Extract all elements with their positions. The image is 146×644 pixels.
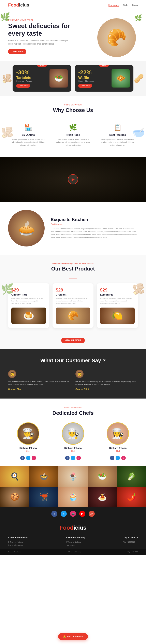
why-card-3: 📋 Best Recipes Lorem ipsum dolor sit ame… (97, 120, 138, 151)
gallery-item-7[interactable]: 🫕 (29, 487, 58, 507)
chef-img-3: 👩‍🍳 (107, 422, 129, 445)
promo-card-2-info: -22% Waffle Grape • Strawberry Order Now (78, 69, 94, 88)
product-img-1: 🍮 (11, 308, 46, 324)
chef-fb-2[interactable]: f (65, 456, 70, 460)
footer-col2-link-1[interactable]: © There is Nothing (66, 540, 85, 544)
promo-badge-1: $4.2 (37, 65, 47, 67)
kitchen-section: 🥧 Exquisite Kitchen Food Services Donec … (0, 202, 146, 255)
product-name-3: Lemon Pie (100, 293, 135, 296)
product-cards: $29 Omnion Tart Praesent id odio lorem c… (8, 283, 138, 328)
footer-col1-link-2[interactable]: © There is Nothing (8, 544, 28, 547)
promo-discount-2: -22% (78, 69, 94, 76)
gallery-item-8[interactable]: 🧁 (58, 487, 88, 507)
footer-ig-button[interactable]: 📷 (70, 511, 76, 517)
footer-fb-button[interactable]: f (51, 511, 57, 517)
why-card-title-2: Fresh Food (55, 133, 91, 136)
chef-socials-2: f t i (53, 456, 93, 460)
kitchen-content: Exquisite Kitchen Food Services Donec bl… (51, 217, 138, 240)
gallery-item-9[interactable]: 🍝 (88, 487, 117, 507)
chefs-section: Food Services Dedicated Chefs 👨‍🍳 Richar… (0, 398, 146, 466)
footer-col1-title: Custom Foodicius (8, 536, 28, 539)
gallery-item-2[interactable]: 🍲 (29, 466, 58, 487)
why-card-1: 🏪 15 Outlets Lorem ipsum dolor sit amet,… (8, 120, 49, 151)
product-price-3: $29 (100, 288, 135, 293)
chef-tw-2[interactable]: t (71, 456, 75, 460)
kitchen-image: 🥧 (8, 210, 45, 246)
why-card-title-3: Best Recipes (99, 133, 136, 136)
product-desc-3: Praesent id odio lorem consectetur at ia… (100, 297, 135, 305)
product-name-2: Croisant (56, 293, 90, 296)
product-card-1: $29 Omnion Tart Praesent id odio lorem c… (8, 283, 49, 328)
why-card-text-1: Lorem ipsum dolor sit amet, consectetur … (10, 138, 47, 147)
gallery-item-1[interactable]: 🍳 (0, 466, 29, 487)
gallery-item-4[interactable]: 🥗 (88, 466, 117, 487)
why-tag: Food Services (8, 104, 138, 106)
why-card-2: 🌿 Fresh Food Lorem ipsum dolor sit amet,… (53, 120, 93, 151)
hero-title: Sweet delicacies for every taste (8, 22, 73, 37)
navbar-link-order[interactable]: Order (123, 4, 129, 6)
testimonial-avatar-1: 👨 (8, 370, 16, 378)
kitchen-text: Donec blandit lorem cursus, placerat aug… (51, 227, 138, 240)
footer-col1-link-1[interactable]: S There is Nothing (8, 540, 28, 544)
footer-tw-button[interactable]: t (61, 511, 67, 517)
hero-tag: DISCOVER YOUR TASTE (8, 19, 73, 21)
chef-tw-3[interactable]: t (116, 456, 120, 460)
footer-gp-button[interactable]: G+ (89, 511, 95, 517)
product-img-3: 🍋 (100, 308, 135, 324)
navbar-link-menu[interactable]: Menu (132, 4, 138, 6)
chef-name-2: Richard F.Laso (53, 447, 93, 450)
chef-divider-3 (112, 454, 124, 454)
gallery-item-10[interactable]: 🌶️ (117, 487, 146, 507)
hero-image: 🥐 🌿 (97, 16, 138, 57)
kitchen-tag: Food Services (51, 223, 138, 225)
promo-deco-right: 🥜 (134, 74, 144, 83)
promo-badge-2: $5.6 (99, 65, 109, 67)
footer-col-2: S There is Nothing © There is Nothing · … (66, 536, 85, 547)
chefs-title: Dedicated Chefs (8, 410, 138, 416)
promo-name-2: Waffle (78, 76, 94, 80)
testimonial-card-2: 👨 Nec ex nullam offset worsby, an ex obj… (75, 370, 138, 390)
promo-btn-2[interactable]: Order Now (78, 84, 92, 88)
hero-description: Praesent id odio lorem consectetur at ia… (8, 39, 73, 46)
play-button[interactable]: ▶ (68, 174, 78, 184)
chef-name-3: Richard F.Laso (98, 447, 138, 450)
promo-img-1: 🥗 (50, 69, 68, 88)
chef-tw-1[interactable]: t (26, 456, 30, 460)
gallery-item-3[interactable]: 🍨 (58, 466, 88, 487)
product-title: Our Best Product (8, 266, 138, 272)
why-card-text-3: Lorem ipsum dolor sit amet, consectetur … (99, 138, 136, 147)
chef-ig-2[interactable]: i (76, 456, 81, 460)
promo-btn-1[interactable]: Order Now (16, 84, 30, 88)
chef-role-2: Chef (53, 450, 93, 452)
chef-ig-3[interactable]: i (121, 456, 126, 460)
chef-divider-1 (22, 454, 34, 454)
testimonial-name-1: George Clint (8, 388, 71, 390)
navbar-link-homepage[interactable]: Homepage (108, 4, 119, 6)
footer-col2-link-2[interactable]: · 381 33437 (66, 544, 85, 547)
view-all-button[interactable]: VIEW ALL MORE (61, 338, 85, 343)
why-cards: 🏪 15 Outlets Lorem ipsum dolor sit amet,… (8, 120, 138, 151)
product-price-2: $29 (56, 288, 90, 293)
why-deco-left: 🫚 (1, 126, 14, 138)
product-card-3: $29 Lemon Pie Praesent id odio lorem con… (97, 283, 138, 328)
gallery-item-6[interactable]: 🍪 (0, 487, 29, 507)
hero-cta-button[interactable]: Learn More (8, 49, 26, 54)
why-section: 🫚 Food Services Why Choose Us 🏪 15 Outle… (0, 96, 146, 157)
chef-ig-1[interactable]: i (32, 456, 36, 460)
footer-col3-link-1[interactable]: Top +1234516 (123, 540, 138, 544)
footer-col3-title: Top +1234516 (123, 536, 138, 539)
chef-cards: 👨‍🍳 Richard F.Laso Chef f t i 👨‍🍳 Richar… (8, 422, 138, 460)
why-icon-2: 🌿 (55, 124, 91, 131)
promo-name-1: Tartalets (16, 76, 32, 80)
footer-yt-button[interactable]: ▶ (79, 511, 85, 517)
testimonial-section: What Our Customer Say ? 👨 Nec ex nullam … (0, 349, 146, 398)
why-card-title-1: 15 Outlets (10, 133, 47, 136)
chef-fb-3[interactable]: f (110, 456, 114, 460)
why-title: Why Choose Us (8, 107, 138, 113)
product-deco-left: 🌿 (1, 283, 14, 295)
chefs-tag: Food Services (8, 407, 138, 409)
why-deco-right: 🥣 (132, 126, 145, 138)
gallery-item-5[interactable]: 🥬 (117, 466, 146, 487)
chef-fb-1[interactable]: f (20, 456, 25, 460)
chef-card-2: 👨‍🍳 Richard F.Laso Chef f t i (53, 422, 93, 460)
